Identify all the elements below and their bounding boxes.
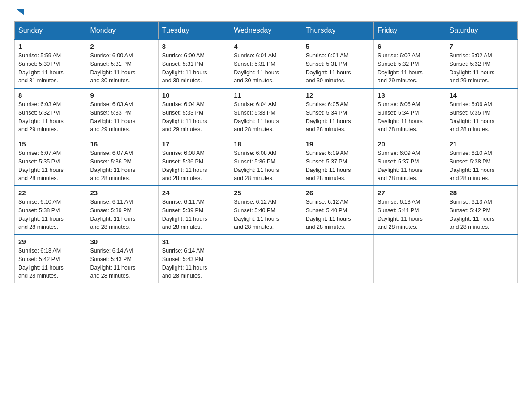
day-info: Sunrise: 6:02 AMSunset: 5:32 PMDaylight:… xyxy=(450,52,495,84)
page-header xyxy=(14,11,518,14)
day-info: Sunrise: 6:01 AMSunset: 5:31 PMDaylight:… xyxy=(234,52,279,84)
svg-marker-0 xyxy=(16,9,24,15)
calendar-cell: 16 Sunrise: 6:07 AMSunset: 5:36 PMDaylig… xyxy=(86,137,158,186)
day-number: 9 xyxy=(90,91,154,99)
day-info: Sunrise: 6:00 AMSunset: 5:31 PMDaylight:… xyxy=(90,52,135,84)
weekday-header-tuesday: Tuesday xyxy=(158,22,230,40)
day-info: Sunrise: 6:14 AMSunset: 5:43 PMDaylight:… xyxy=(162,248,207,279)
day-number: 27 xyxy=(378,189,442,197)
day-info: Sunrise: 6:12 AMSunset: 5:40 PMDaylight:… xyxy=(234,199,279,230)
weekday-header-friday: Friday xyxy=(374,22,446,40)
calendar-cell: 17 Sunrise: 6:08 AMSunset: 5:36 PMDaylig… xyxy=(158,137,230,186)
day-info: Sunrise: 6:09 AMSunset: 5:37 PMDaylight:… xyxy=(378,150,423,181)
calendar-cell: 30 Sunrise: 6:14 AMSunset: 5:43 PMDaylig… xyxy=(86,235,158,283)
day-number: 20 xyxy=(378,140,442,148)
day-info: Sunrise: 6:13 AMSunset: 5:41 PMDaylight:… xyxy=(378,199,423,230)
calendar-week-5: 29 Sunrise: 6:13 AMSunset: 5:42 PMDaylig… xyxy=(15,235,518,283)
calendar-cell: 18 Sunrise: 6:08 AMSunset: 5:36 PMDaylig… xyxy=(230,137,302,186)
day-info: Sunrise: 6:01 AMSunset: 5:31 PMDaylight:… xyxy=(306,52,351,84)
calendar-cell: 22 Sunrise: 6:10 AMSunset: 5:38 PMDaylig… xyxy=(15,186,86,235)
day-number: 18 xyxy=(234,140,298,148)
calendar-cell: 25 Sunrise: 6:12 AMSunset: 5:40 PMDaylig… xyxy=(230,186,302,235)
calendar-cell: 10 Sunrise: 6:04 AMSunset: 5:33 PMDaylig… xyxy=(158,88,230,137)
day-number: 23 xyxy=(90,189,154,197)
day-number: 30 xyxy=(90,238,154,245)
calendar-cell: 20 Sunrise: 6:09 AMSunset: 5:37 PMDaylig… xyxy=(374,137,446,186)
calendar-cell: 24 Sunrise: 6:11 AMSunset: 5:39 PMDaylig… xyxy=(158,186,230,235)
day-info: Sunrise: 6:00 AMSunset: 5:31 PMDaylight:… xyxy=(162,52,207,84)
calendar-cell: 26 Sunrise: 6:12 AMSunset: 5:40 PMDaylig… xyxy=(302,186,373,235)
day-number: 6 xyxy=(378,43,442,50)
day-info: Sunrise: 6:13 AMSunset: 5:42 PMDaylight:… xyxy=(18,248,64,279)
day-info: Sunrise: 6:02 AMSunset: 5:32 PMDaylight:… xyxy=(378,52,423,84)
day-number: 21 xyxy=(450,140,514,148)
day-number: 4 xyxy=(234,43,298,50)
day-number: 22 xyxy=(18,189,82,197)
day-info: Sunrise: 6:08 AMSunset: 5:36 PMDaylight:… xyxy=(162,150,207,181)
calendar-cell: 9 Sunrise: 6:03 AMSunset: 5:33 PMDayligh… xyxy=(86,88,158,137)
calendar-cell xyxy=(374,235,446,283)
day-number: 25 xyxy=(234,189,298,197)
day-number: 17 xyxy=(162,140,226,148)
day-info: Sunrise: 6:07 AMSunset: 5:36 PMDaylight:… xyxy=(90,150,135,181)
calendar-cell: 4 Sunrise: 6:01 AMSunset: 5:31 PMDayligh… xyxy=(230,39,302,88)
weekday-header-wednesday: Wednesday xyxy=(230,22,302,40)
day-number: 13 xyxy=(378,91,442,99)
day-number: 15 xyxy=(18,140,82,148)
calendar-cell xyxy=(446,235,517,283)
calendar-cell: 13 Sunrise: 6:06 AMSunset: 5:34 PMDaylig… xyxy=(374,88,446,137)
day-number: 1 xyxy=(18,43,82,50)
day-number: 2 xyxy=(90,43,154,50)
calendar-cell: 28 Sunrise: 6:13 AMSunset: 5:42 PMDaylig… xyxy=(446,186,517,235)
calendar-cell: 3 Sunrise: 6:00 AMSunset: 5:31 PMDayligh… xyxy=(158,39,230,88)
calendar-cell: 12 Sunrise: 6:05 AMSunset: 5:34 PMDaylig… xyxy=(302,88,373,137)
calendar-week-2: 8 Sunrise: 6:03 AMSunset: 5:32 PMDayligh… xyxy=(15,88,518,137)
day-info: Sunrise: 6:10 AMSunset: 5:38 PMDaylight:… xyxy=(18,199,64,230)
calendar-cell: 29 Sunrise: 6:13 AMSunset: 5:42 PMDaylig… xyxy=(15,235,86,283)
day-number: 7 xyxy=(450,43,514,50)
logo xyxy=(14,11,25,14)
day-info: Sunrise: 6:14 AMSunset: 5:43 PMDaylight:… xyxy=(90,248,135,279)
calendar-cell: 2 Sunrise: 6:00 AMSunset: 5:31 PMDayligh… xyxy=(86,39,158,88)
day-info: Sunrise: 6:06 AMSunset: 5:34 PMDaylight:… xyxy=(378,101,423,133)
day-info: Sunrise: 6:13 AMSunset: 5:42 PMDaylight:… xyxy=(450,199,495,230)
day-number: 29 xyxy=(18,238,82,245)
day-number: 3 xyxy=(162,43,226,50)
weekday-header-row: SundayMondayTuesdayWednesdayThursdayFrid… xyxy=(15,22,518,40)
calendar-cell: 7 Sunrise: 6:02 AMSunset: 5:32 PMDayligh… xyxy=(446,39,517,88)
day-number: 11 xyxy=(234,91,298,99)
day-info: Sunrise: 5:59 AMSunset: 5:30 PMDaylight:… xyxy=(18,52,64,84)
day-info: Sunrise: 6:05 AMSunset: 5:34 PMDaylight:… xyxy=(306,101,351,133)
calendar-cell: 23 Sunrise: 6:11 AMSunset: 5:39 PMDaylig… xyxy=(86,186,158,235)
day-number: 19 xyxy=(306,140,370,148)
day-number: 14 xyxy=(450,91,514,99)
day-info: Sunrise: 6:09 AMSunset: 5:37 PMDaylight:… xyxy=(306,150,351,181)
day-info: Sunrise: 6:10 AMSunset: 5:38 PMDaylight:… xyxy=(450,150,495,181)
calendar-cell: 31 Sunrise: 6:14 AMSunset: 5:43 PMDaylig… xyxy=(158,235,230,283)
calendar-cell: 15 Sunrise: 6:07 AMSunset: 5:35 PMDaylig… xyxy=(15,137,86,186)
day-info: Sunrise: 6:04 AMSunset: 5:33 PMDaylight:… xyxy=(162,101,207,133)
day-number: 5 xyxy=(306,43,370,50)
calendar-table: SundayMondayTuesdayWednesdayThursdayFrid… xyxy=(14,21,518,283)
day-number: 16 xyxy=(90,140,154,148)
day-number: 8 xyxy=(18,91,82,99)
day-number: 24 xyxy=(162,189,226,197)
day-info: Sunrise: 6:11 AMSunset: 5:39 PMDaylight:… xyxy=(162,199,207,230)
calendar-week-4: 22 Sunrise: 6:10 AMSunset: 5:38 PMDaylig… xyxy=(15,186,518,235)
calendar-cell: 14 Sunrise: 6:06 AMSunset: 5:35 PMDaylig… xyxy=(446,88,517,137)
calendar-cell xyxy=(230,235,302,283)
day-info: Sunrise: 6:12 AMSunset: 5:40 PMDaylight:… xyxy=(306,199,351,230)
calendar-cell: 19 Sunrise: 6:09 AMSunset: 5:37 PMDaylig… xyxy=(302,137,373,186)
calendar-week-3: 15 Sunrise: 6:07 AMSunset: 5:35 PMDaylig… xyxy=(15,137,518,186)
calendar-cell: 21 Sunrise: 6:10 AMSunset: 5:38 PMDaylig… xyxy=(446,137,517,186)
day-info: Sunrise: 6:08 AMSunset: 5:36 PMDaylight:… xyxy=(234,150,279,181)
calendar-week-1: 1 Sunrise: 5:59 AMSunset: 5:30 PMDayligh… xyxy=(15,39,518,88)
day-info: Sunrise: 6:11 AMSunset: 5:39 PMDaylight:… xyxy=(90,199,135,230)
calendar-cell xyxy=(302,235,373,283)
calendar-cell: 11 Sunrise: 6:04 AMSunset: 5:33 PMDaylig… xyxy=(230,88,302,137)
day-info: Sunrise: 6:06 AMSunset: 5:35 PMDaylight:… xyxy=(450,101,495,133)
day-number: 28 xyxy=(450,189,514,197)
calendar-cell: 1 Sunrise: 5:59 AMSunset: 5:30 PMDayligh… xyxy=(15,39,86,88)
day-info: Sunrise: 6:07 AMSunset: 5:35 PMDaylight:… xyxy=(18,150,64,181)
logo-triangle-icon xyxy=(15,7,25,17)
